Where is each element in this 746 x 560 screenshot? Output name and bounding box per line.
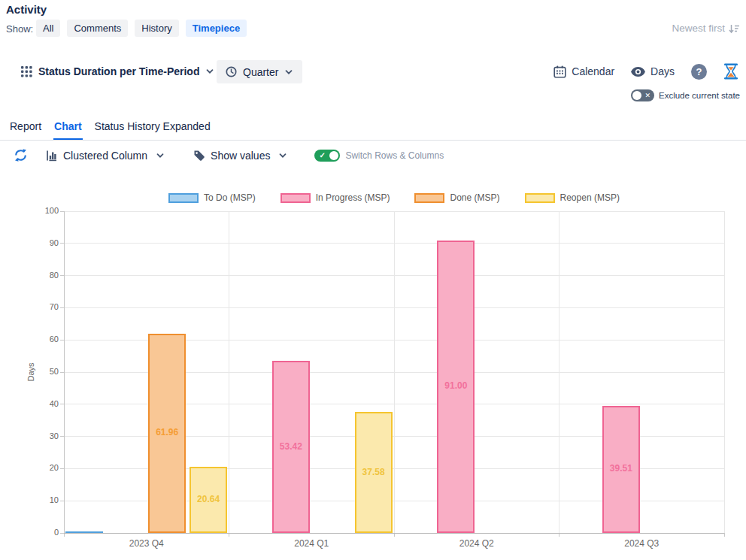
filter-comments-button[interactable]: Comments <box>67 20 128 37</box>
show-values-label: Show values <box>211 150 270 162</box>
bar-reopen-msp[interactable] <box>190 467 227 533</box>
switch-rows-columns-control: ✓ Switch Rows & Columns <box>314 150 444 162</box>
gridline-v <box>724 211 725 533</box>
toggle-x-icon: ✕ <box>644 90 650 101</box>
y-tick-label: 80 <box>30 271 59 280</box>
y-tick-label: 20 <box>30 463 59 472</box>
y-tick-label: 50 <box>30 367 59 376</box>
period-dropdown[interactable]: Quarter <box>217 60 302 83</box>
filter-history-button[interactable]: History <box>135 20 178 37</box>
y-axis-title: Days <box>26 362 35 381</box>
chevron-down-icon <box>156 151 165 160</box>
bar-in-progress-msp[interactable] <box>437 241 475 533</box>
tab-report[interactable]: Report <box>9 119 42 140</box>
x-category-label: 2024 Q1 <box>294 538 329 549</box>
chevron-down-icon <box>278 151 287 160</box>
gridline-h <box>64 211 724 212</box>
legend-item-todo[interactable]: To Do (MSP) <box>168 192 256 203</box>
bar-to-do-msp[interactable] <box>65 531 103 533</box>
calendar-button[interactable]: Calendar <box>553 65 614 78</box>
show-values-dropdown[interactable]: Show values <box>193 150 287 162</box>
gridline-h <box>64 307 724 308</box>
activity-panel: Activity Show: All Comments History Time… <box>0 0 746 560</box>
calendar-icon <box>553 65 566 78</box>
toggle-knob <box>329 151 338 160</box>
gridline-h <box>64 243 724 244</box>
chart-type-dropdown[interactable]: Clustered Column <box>46 150 165 162</box>
tab-chart[interactable]: Chart <box>53 119 83 140</box>
chart-type-label: Clustered Column <box>63 150 147 162</box>
legend-item-in-progress[interactable]: In Progress (MSP) <box>281 192 390 203</box>
x-category-label: 2024 Q2 <box>459 538 494 549</box>
column-chart-icon <box>46 150 58 162</box>
tab-status-history-expanded[interactable]: Status History Expanded <box>94 119 211 140</box>
y-tick-label: 100 <box>30 206 59 215</box>
legend-label: Reopen (MSP) <box>560 192 620 203</box>
sort-descending-icon <box>729 23 740 34</box>
legend-swatch-done <box>414 193 444 203</box>
bar-in-progress-msp[interactable] <box>272 361 310 533</box>
bar-in-progress-msp[interactable] <box>602 406 640 533</box>
y-tick <box>60 275 64 276</box>
gridline-v <box>229 211 229 533</box>
y-tick <box>60 307 64 308</box>
switch-rows-columns-label: Switch Rows & Columns <box>345 150 444 161</box>
clock-icon <box>226 66 237 77</box>
display-unit-label: Days <box>650 65 675 77</box>
toolbar-right-group: Calendar Days ? <box>553 63 738 80</box>
bar-reopen-msp[interactable] <box>355 412 393 533</box>
x-category-label: 2024 Q3 <box>624 538 659 549</box>
filter-all-button[interactable]: All <box>36 20 60 37</box>
gridline-v <box>559 211 560 533</box>
y-tick <box>60 211 64 212</box>
y-tick-label: 60 <box>30 334 59 344</box>
y-tick <box>60 372 64 373</box>
toggle-check-icon: ✓ <box>319 150 325 161</box>
x-tick <box>229 533 229 537</box>
show-label: Show: <box>6 23 33 35</box>
toggle-knob <box>632 91 641 100</box>
eye-icon <box>631 67 645 77</box>
display-unit-button[interactable]: Days <box>631 65 675 77</box>
y-tick <box>60 404 64 404</box>
chart-legend: To Do (MSP) In Progress (MSP) Done (MSP)… <box>64 192 724 203</box>
y-tick <box>60 340 64 341</box>
y-tick-label: 10 <box>30 495 59 504</box>
page-title: Activity <box>6 3 47 16</box>
timepiece-hourglass-icon[interactable] <box>723 63 738 80</box>
y-tick <box>60 533 64 534</box>
y-tick-label: 70 <box>30 302 59 311</box>
legend-swatch-in-progress <box>281 193 311 203</box>
y-tick-label: 0 <box>30 528 59 537</box>
exclude-current-state-control: ✕ Exclude current state <box>631 89 740 101</box>
legend-label: Done (MSP) <box>450 192 499 203</box>
calendar-label: Calendar <box>572 65 614 77</box>
report-type-dropdown[interactable]: Status Duration per Time-Period <box>21 65 214 77</box>
sort-order-control[interactable]: Newest first <box>672 23 740 34</box>
exclude-current-state-label: Exclude current state <box>659 91 740 100</box>
x-tick <box>724 533 725 537</box>
y-tick <box>60 436 64 437</box>
grid-icon <box>21 66 32 77</box>
period-label: Quarter <box>243 66 278 78</box>
chevron-down-icon <box>205 67 214 76</box>
help-icon[interactable]: ? <box>691 64 707 80</box>
switch-rows-columns-toggle[interactable]: ✓ <box>314 150 340 162</box>
y-tick-label: 30 <box>30 431 59 440</box>
x-tick <box>394 533 395 537</box>
y-tick <box>60 501 64 501</box>
y-axis-line <box>64 211 65 533</box>
exclude-current-state-toggle[interactable]: ✕ <box>631 89 654 101</box>
sort-order-label: Newest first <box>672 23 725 34</box>
report-type-label: Status Duration per Time-Period <box>38 65 199 77</box>
chevron-down-icon <box>284 68 293 77</box>
filter-timepiece-button[interactable]: Timepiece <box>186 20 247 37</box>
clustered-column-chart: 0102030405060708090100Days2023 Q42024 Q1… <box>0 0 746 560</box>
bar-done-msp[interactable] <box>148 334 186 533</box>
legend-swatch-todo <box>168 193 199 203</box>
legend-label: To Do (MSP) <box>204 192 256 203</box>
legend-item-done[interactable]: Done (MSP) <box>414 192 499 203</box>
legend-item-reopen[interactable]: Reopen (MSP) <box>525 192 620 203</box>
refresh-icon[interactable] <box>14 148 28 162</box>
x-category-label: 2023 Q4 <box>129 538 164 549</box>
